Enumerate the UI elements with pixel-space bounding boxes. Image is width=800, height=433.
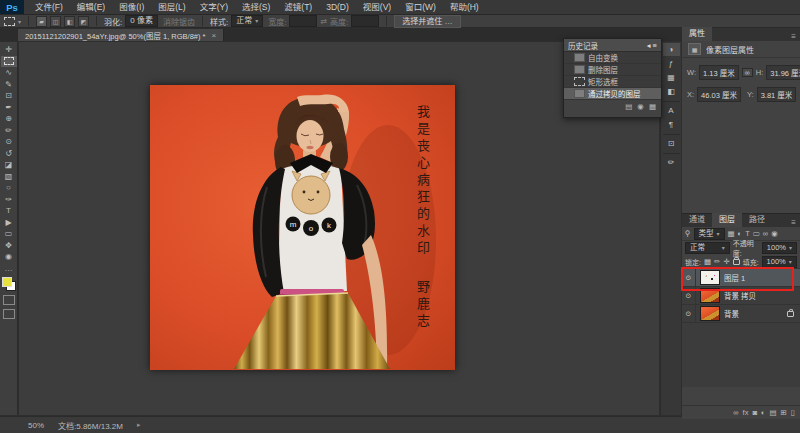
edit-toolbar-ellipsis[interactable]: … [1, 263, 17, 275]
delete-layer-icon[interactable]: ▯ [791, 408, 795, 417]
lock-position-icon[interactable]: ✛ [723, 257, 729, 266]
history-state-free-transform[interactable]: 自由变换 [564, 52, 661, 64]
panel-menu-icon[interactable]: ≡ [791, 32, 800, 41]
healing-brush-tool[interactable]: ⊕ [1, 113, 17, 125]
layer-row-background[interactable]: ⊙ 背景 [682, 305, 800, 323]
panel-menu-icon[interactable]: ≡ [791, 218, 800, 227]
color-panel-icon[interactable]: ◧ [663, 85, 680, 98]
clone-source-panel-icon[interactable]: ⊡ [663, 137, 680, 150]
collapse-panel-icon[interactable]: ◂ [647, 41, 651, 50]
layer-effects-icon[interactable]: fx [743, 408, 749, 417]
menu-item-file[interactable]: 文件(F) [28, 0, 70, 14]
tab-properties[interactable]: 属性 [682, 27, 712, 41]
history-state-layer-via-copy[interactable]: 通过拷贝的图层 [564, 88, 661, 100]
menu-item-layer[interactable]: 图层(L) [151, 0, 192, 14]
add-layer-mask-icon[interactable]: ◙ [752, 408, 757, 417]
styles-panel-icon[interactable]: ƒ [663, 57, 680, 70]
brush-tool[interactable]: ✏ [1, 125, 17, 137]
visibility-eye-icon[interactable]: ⊙ [682, 305, 696, 322]
filter-adjustment-layers-icon[interactable]: ◐ [738, 229, 743, 238]
adjustments-panel-icon[interactable]: ◑ [663, 43, 680, 56]
blur-tool[interactable]: ○ [1, 182, 17, 194]
paragraph-panel-icon[interactable]: ¶ [663, 118, 680, 131]
rectangular-marquee-tool[interactable] [1, 56, 17, 68]
layer-thumbnail[interactable] [700, 288, 720, 303]
lasso-tool[interactable]: ∿ [1, 67, 17, 79]
eraser-tool[interactable]: ◪ [1, 159, 17, 171]
fill-input[interactable]: 100%▾ [762, 256, 797, 268]
delete-state-icon[interactable]: ▦ [649, 102, 656, 111]
zoom-level[interactable]: 50% [28, 421, 44, 430]
brushes-panel-icon[interactable]: ✏ [663, 156, 680, 169]
hand-tool[interactable]: ✥ [1, 240, 17, 252]
menu-item-type[interactable]: 文字(Y) [193, 0, 235, 14]
crop-tool[interactable]: ⊡ [1, 90, 17, 102]
layer-thumbnail[interactable] [700, 270, 720, 285]
add-to-selection-button[interactable]: ◫ [50, 16, 61, 27]
history-brush-tool[interactable]: ↺ [1, 148, 17, 160]
subtract-selection-button[interactable]: ◧ [64, 16, 75, 27]
new-doc-from-state-icon[interactable]: ▤ [625, 102, 632, 111]
path-selection-tool[interactable]: ▶ [1, 217, 17, 229]
new-adjustment-layer-icon[interactable]: ◐ [761, 408, 766, 417]
layer-row-background-copy[interactable]: ⊙ 背景 拷贝 [682, 287, 800, 305]
layer-row-layer1[interactable]: ⊙ 图层 1 [682, 269, 800, 287]
history-state-delete-layer[interactable]: 删除图层 [564, 64, 661, 76]
width-value-input[interactable]: 1.13 厘米 [699, 65, 739, 80]
menu-item-help[interactable]: 帮助(H) [443, 0, 486, 14]
history-state-rect-marquee[interactable]: 矩形选框 [564, 76, 661, 88]
gradient-tool[interactable]: ▧ [1, 171, 17, 183]
filter-pixel-layers-icon[interactable]: ▦ [728, 229, 735, 238]
y-value-input[interactable]: 3.81 厘米 [757, 87, 797, 102]
link-dimensions-icon[interactable]: ∞ [742, 68, 753, 77]
intersect-selection-button[interactable]: ◩ [78, 16, 89, 27]
new-selection-button[interactable]: ▰ [36, 16, 47, 27]
menu-item-view[interactable]: 视图(V) [356, 0, 398, 14]
libraries-panel-icon[interactable]: ▦ [663, 71, 680, 84]
height-value-input[interactable]: 31.96 厘米 [766, 65, 800, 80]
select-and-mask-button[interactable]: 选择并遮住 … [394, 15, 460, 28]
visibility-eye-icon[interactable]: ⊙ [682, 269, 696, 286]
foreground-color-swatch[interactable] [2, 277, 12, 287]
x-value-input[interactable]: 46.03 厘米 [697, 87, 741, 102]
blend-mode-select[interactable]: 正常▾ [685, 242, 730, 254]
link-layers-icon[interactable]: ∞ [733, 408, 738, 417]
lock-transparency-icon[interactable]: ▦ [704, 257, 711, 266]
menu-item-image[interactable]: 图像(I) [112, 0, 151, 14]
style-select[interactable]: 正常▾ [231, 15, 263, 27]
menu-item-edit[interactable]: 编辑(E) [70, 0, 112, 14]
new-group-icon[interactable]: ▤ [769, 408, 776, 417]
character-panel-icon[interactable]: A [663, 104, 680, 117]
feather-input[interactable]: 0 像素 [125, 15, 158, 27]
move-tool[interactable]: ✛ [1, 44, 17, 56]
pen-tool[interactable]: ✑ [1, 194, 17, 206]
layer-thumbnail[interactable] [700, 306, 720, 321]
tab-layers[interactable]: 图层 [712, 213, 742, 227]
menu-item-filter[interactable]: 滤镜(T) [277, 0, 319, 14]
rectangle-tool[interactable]: ▭ [1, 228, 17, 240]
status-chevron-icon[interactable]: ▸ [137, 421, 141, 429]
quick-selection-tool[interactable]: ✎ [1, 79, 17, 91]
visibility-eye-icon[interactable]: ⊙ [682, 287, 696, 304]
menu-item-select[interactable]: 选择(S) [235, 0, 277, 14]
lock-all-icon[interactable] [733, 259, 740, 265]
height-input[interactable] [351, 15, 379, 27]
menu-item-window[interactable]: 窗口(W) [398, 0, 443, 14]
width-input[interactable] [289, 15, 317, 27]
new-snapshot-icon[interactable]: ◉ [637, 102, 644, 111]
filter-toggle[interactable]: ◉ [771, 229, 778, 238]
type-tool[interactable]: T [1, 205, 17, 217]
layer-filter-select[interactable]: 类型▾ [694, 228, 725, 240]
photo-document[interactable]: m o k 我是丧心病狂的水印野鹿志 [150, 85, 455, 370]
filter-shape-layers-icon[interactable]: ▭ [753, 229, 760, 238]
filter-smart-objects-icon[interactable]: ∞ [763, 229, 768, 238]
swap-dimensions-icon[interactable]: ⇄ [320, 17, 327, 26]
new-layer-icon[interactable]: ⊞ [781, 408, 787, 417]
filter-type-layers-icon[interactable]: T [745, 229, 750, 238]
panel-menu-icon[interactable]: ≡ [653, 41, 657, 50]
tab-channels[interactable]: 通道 [682, 213, 712, 227]
menu-item-3d[interactable]: 3D(D) [319, 0, 356, 14]
document-tab[interactable]: 20151121202901_54aYr.jpg@ 50%(图层 1, RGB/… [18, 29, 224, 41]
quick-mask-button[interactable] [3, 295, 15, 305]
lock-pixels-icon[interactable]: ✏ [714, 257, 720, 266]
